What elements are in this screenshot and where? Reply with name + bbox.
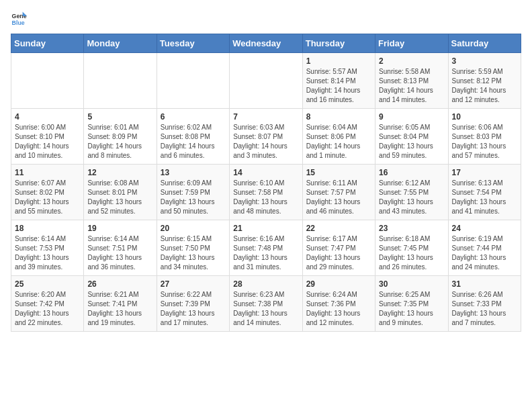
day-number: 16 bbox=[379, 168, 444, 177]
calendar-week-1: 1Sunrise: 5:57 AM Sunset: 8:14 PM Daylig… bbox=[11, 53, 521, 109]
day-number: 9 bbox=[379, 112, 444, 122]
calendar-cell: 8Sunrise: 6:04 AM Sunset: 8:06 PM Daylig… bbox=[302, 109, 375, 165]
day-number: 13 bbox=[161, 168, 226, 177]
day-info: Sunrise: 6:11 AM Sunset: 7:57 PM Dayligh… bbox=[306, 179, 371, 216]
day-number: 25 bbox=[15, 279, 80, 289]
calendar-cell: 5Sunrise: 6:01 AM Sunset: 8:09 PM Daylig… bbox=[84, 109, 157, 165]
day-info: Sunrise: 5:59 AM Sunset: 8:12 PM Dayligh… bbox=[452, 67, 517, 105]
day-info: Sunrise: 6:00 AM Sunset: 8:10 PM Dayligh… bbox=[15, 123, 80, 161]
day-number: 8 bbox=[306, 112, 371, 122]
day-info: Sunrise: 6:18 AM Sunset: 7:45 PM Dayligh… bbox=[379, 234, 444, 272]
weekday-header-friday: Friday bbox=[375, 34, 448, 53]
calendar-week-4: 18Sunrise: 6:14 AM Sunset: 7:53 PM Dayli… bbox=[11, 220, 521, 276]
weekday-header-monday: Monday bbox=[84, 34, 157, 53]
weekday-header-wednesday: Wednesday bbox=[230, 34, 302, 53]
day-info: Sunrise: 6:09 AM Sunset: 7:59 PM Dayligh… bbox=[161, 179, 226, 216]
calendar-cell: 30Sunrise: 6:25 AM Sunset: 7:35 PM Dayli… bbox=[375, 276, 448, 332]
calendar-cell: 19Sunrise: 6:14 AM Sunset: 7:51 PM Dayli… bbox=[84, 220, 157, 276]
day-info: Sunrise: 6:07 AM Sunset: 8:02 PM Dayligh… bbox=[15, 179, 80, 216]
calendar-cell: 27Sunrise: 6:22 AM Sunset: 7:39 PM Dayli… bbox=[157, 276, 229, 332]
day-number: 31 bbox=[452, 279, 517, 289]
calendar-cell: 20Sunrise: 6:15 AM Sunset: 7:50 PM Dayli… bbox=[157, 220, 229, 276]
calendar-cell: 22Sunrise: 6:17 AM Sunset: 7:47 PM Dayli… bbox=[302, 220, 375, 276]
calendar-cell: 7Sunrise: 6:03 AM Sunset: 8:07 PM Daylig… bbox=[230, 109, 302, 165]
day-number: 4 bbox=[15, 112, 80, 122]
day-number: 21 bbox=[233, 224, 298, 233]
day-number: 15 bbox=[306, 168, 371, 177]
day-info: Sunrise: 6:23 AM Sunset: 7:38 PM Dayligh… bbox=[233, 290, 298, 328]
day-number: 5 bbox=[87, 112, 152, 122]
weekday-header-saturday: Saturday bbox=[448, 34, 521, 53]
svg-text:Blue: Blue bbox=[12, 19, 25, 26]
weekday-header-thursday: Thursday bbox=[302, 34, 375, 53]
day-number: 22 bbox=[306, 224, 371, 233]
day-number: 3 bbox=[452, 56, 517, 66]
calendar-table: SundayMondayTuesdayWednesdayThursdayFrid… bbox=[11, 34, 521, 332]
day-info: Sunrise: 5:57 AM Sunset: 8:14 PM Dayligh… bbox=[306, 67, 371, 105]
calendar-cell: 16Sunrise: 6:12 AM Sunset: 7:55 PM Dayli… bbox=[375, 165, 448, 220]
calendar-cell: 29Sunrise: 6:24 AM Sunset: 7:36 PM Dayli… bbox=[302, 276, 375, 332]
day-number: 14 bbox=[233, 168, 298, 177]
calendar-cell: 24Sunrise: 6:19 AM Sunset: 7:44 PM Dayli… bbox=[448, 220, 521, 276]
day-number: 2 bbox=[379, 56, 444, 66]
day-info: Sunrise: 6:25 AM Sunset: 7:35 PM Dayligh… bbox=[379, 290, 444, 328]
calendar-cell: 21Sunrise: 6:16 AM Sunset: 7:48 PM Dayli… bbox=[230, 220, 302, 276]
day-number: 12 bbox=[87, 168, 152, 177]
logo: General Blue bbox=[11, 11, 30, 27]
day-info: Sunrise: 6:19 AM Sunset: 7:44 PM Dayligh… bbox=[452, 234, 517, 272]
calendar-cell: 6Sunrise: 6:02 AM Sunset: 8:08 PM Daylig… bbox=[157, 109, 229, 165]
calendar-cell bbox=[230, 53, 302, 109]
day-info: Sunrise: 6:08 AM Sunset: 8:01 PM Dayligh… bbox=[87, 179, 152, 216]
calendar-cell: 15Sunrise: 6:11 AM Sunset: 7:57 PM Dayli… bbox=[302, 165, 375, 220]
calendar-week-2: 4Sunrise: 6:00 AM Sunset: 8:10 PM Daylig… bbox=[11, 109, 521, 165]
day-info: Sunrise: 6:20 AM Sunset: 7:42 PM Dayligh… bbox=[15, 290, 80, 328]
day-info: Sunrise: 6:21 AM Sunset: 7:41 PM Dayligh… bbox=[87, 290, 152, 328]
day-info: Sunrise: 6:02 AM Sunset: 8:08 PM Dayligh… bbox=[161, 123, 226, 161]
day-info: Sunrise: 6:06 AM Sunset: 8:03 PM Dayligh… bbox=[452, 123, 517, 161]
calendar-cell bbox=[84, 53, 157, 109]
calendar-cell bbox=[11, 53, 84, 109]
day-info: Sunrise: 6:14 AM Sunset: 7:53 PM Dayligh… bbox=[15, 234, 80, 272]
calendar-cell: 23Sunrise: 6:18 AM Sunset: 7:45 PM Dayli… bbox=[375, 220, 448, 276]
weekday-header-row: SundayMondayTuesdayWednesdayThursdayFrid… bbox=[11, 34, 521, 53]
day-info: Sunrise: 6:14 AM Sunset: 7:51 PM Dayligh… bbox=[87, 234, 152, 272]
day-info: Sunrise: 6:26 AM Sunset: 7:33 PM Dayligh… bbox=[452, 290, 517, 328]
day-info: Sunrise: 6:22 AM Sunset: 7:39 PM Dayligh… bbox=[161, 290, 226, 328]
calendar-cell: 1Sunrise: 5:57 AM Sunset: 8:14 PM Daylig… bbox=[302, 53, 375, 109]
logo-icon: General Blue bbox=[11, 11, 27, 27]
calendar-cell: 28Sunrise: 6:23 AM Sunset: 7:38 PM Dayli… bbox=[230, 276, 302, 332]
day-number: 24 bbox=[452, 224, 517, 233]
day-number: 26 bbox=[87, 279, 152, 289]
day-number: 7 bbox=[233, 112, 298, 122]
day-number: 29 bbox=[306, 279, 371, 289]
day-number: 1 bbox=[306, 56, 371, 66]
calendar-week-5: 25Sunrise: 6:20 AM Sunset: 7:42 PM Dayli… bbox=[11, 276, 521, 332]
weekday-header-tuesday: Tuesday bbox=[157, 34, 229, 53]
day-number: 20 bbox=[161, 224, 226, 233]
day-number: 10 bbox=[452, 112, 517, 122]
calendar-cell: 12Sunrise: 6:08 AM Sunset: 8:01 PM Dayli… bbox=[84, 165, 157, 220]
day-info: Sunrise: 6:10 AM Sunset: 7:58 PM Dayligh… bbox=[233, 179, 298, 216]
day-number: 17 bbox=[452, 168, 517, 177]
calendar-cell: 3Sunrise: 5:59 AM Sunset: 8:12 PM Daylig… bbox=[448, 53, 521, 109]
day-info: Sunrise: 6:17 AM Sunset: 7:47 PM Dayligh… bbox=[306, 234, 371, 272]
calendar-cell: 26Sunrise: 6:21 AM Sunset: 7:41 PM Dayli… bbox=[84, 276, 157, 332]
calendar-cell: 14Sunrise: 6:10 AM Sunset: 7:58 PM Dayli… bbox=[230, 165, 302, 220]
day-number: 11 bbox=[15, 168, 80, 177]
day-info: Sunrise: 6:05 AM Sunset: 8:04 PM Dayligh… bbox=[379, 123, 444, 161]
calendar-cell: 4Sunrise: 6:00 AM Sunset: 8:10 PM Daylig… bbox=[11, 109, 84, 165]
day-info: Sunrise: 6:03 AM Sunset: 8:07 PM Dayligh… bbox=[233, 123, 298, 161]
day-info: Sunrise: 6:04 AM Sunset: 8:06 PM Dayligh… bbox=[306, 123, 371, 161]
calendar-cell: 11Sunrise: 6:07 AM Sunset: 8:02 PM Dayli… bbox=[11, 165, 84, 220]
calendar-cell: 13Sunrise: 6:09 AM Sunset: 7:59 PM Dayli… bbox=[157, 165, 229, 220]
calendar-cell: 10Sunrise: 6:06 AM Sunset: 8:03 PM Dayli… bbox=[448, 109, 521, 165]
day-number: 28 bbox=[233, 279, 298, 289]
calendar-cell: 17Sunrise: 6:13 AM Sunset: 7:54 PM Dayli… bbox=[448, 165, 521, 220]
day-number: 18 bbox=[15, 224, 80, 233]
day-number: 6 bbox=[161, 112, 226, 122]
day-info: Sunrise: 6:01 AM Sunset: 8:09 PM Dayligh… bbox=[87, 123, 152, 161]
day-info: Sunrise: 6:15 AM Sunset: 7:50 PM Dayligh… bbox=[161, 234, 226, 272]
calendar-cell: 18Sunrise: 6:14 AM Sunset: 7:53 PM Dayli… bbox=[11, 220, 84, 276]
weekday-header-sunday: Sunday bbox=[11, 34, 84, 53]
day-info: Sunrise: 6:13 AM Sunset: 7:54 PM Dayligh… bbox=[452, 179, 517, 216]
